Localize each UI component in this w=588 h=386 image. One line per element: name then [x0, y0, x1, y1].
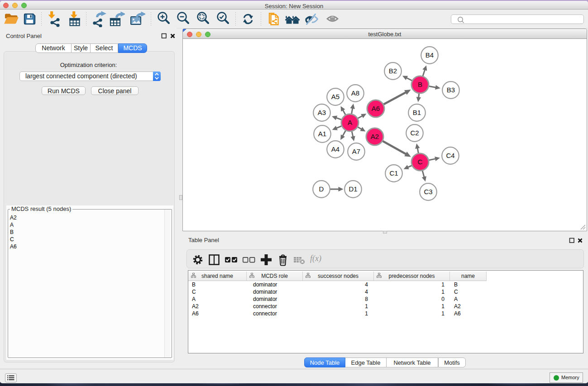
- svg-text:C1: C1: [389, 169, 398, 177]
- svg-text:A6: A6: [372, 105, 380, 112]
- svg-text:B1: B1: [413, 109, 421, 116]
- svg-text:A4: A4: [331, 145, 339, 153]
- svg-text:A: A: [348, 119, 352, 126]
- svg-text:D1: D1: [349, 185, 357, 193]
- svg-text:D: D: [319, 185, 324, 193]
- svg-text:C: C: [418, 158, 423, 166]
- svg-text:A2: A2: [371, 133, 379, 140]
- svg-text:B2: B2: [389, 67, 397, 75]
- svg-text:B4: B4: [425, 51, 434, 59]
- svg-text:A8: A8: [351, 89, 359, 97]
- svg-text:A7: A7: [352, 148, 360, 155]
- svg-text:A1: A1: [318, 130, 326, 138]
- svg-text:A5: A5: [331, 93, 339, 100]
- svg-text:C3: C3: [424, 188, 432, 195]
- svg-text:C4: C4: [446, 152, 454, 159]
- svg-text:A3: A3: [318, 109, 326, 116]
- svg-text:B: B: [418, 81, 422, 88]
- svg-text:C2: C2: [410, 129, 419, 137]
- svg-text:B3: B3: [447, 86, 455, 94]
